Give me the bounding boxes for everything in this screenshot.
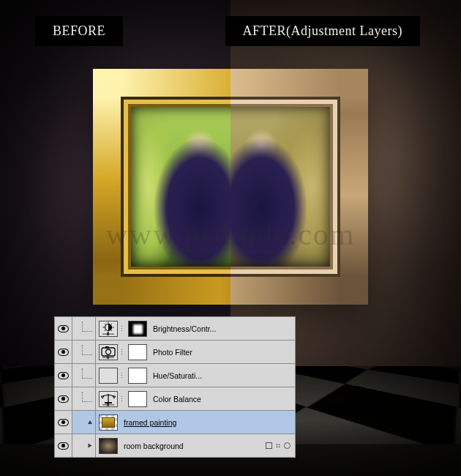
visibility-toggle[interactable] <box>55 387 72 410</box>
label-before: BEFORE <box>35 16 123 46</box>
chevron-right-icon <box>89 444 92 448</box>
adjustment-thumb-photofilter[interactable] <box>99 344 118 360</box>
layer-mask-thumb[interactable] <box>128 344 147 360</box>
layer-room-background[interactable]: room background ⠶ <box>54 434 296 458</box>
link-icon[interactable]: ⋮ <box>118 395 125 403</box>
visibility-toggle[interactable] <box>55 434 72 457</box>
layer-thumb[interactable] <box>99 414 118 431</box>
link-icon[interactable]: ⋮ <box>118 349 125 356</box>
indent <box>72 317 96 340</box>
layer-brightness-contrast[interactable]: ⋮ Brightness/Contr... <box>54 316 296 341</box>
photo-filter-icon <box>100 345 117 360</box>
visibility-toggle[interactable] <box>55 364 72 387</box>
svg-line-6 <box>111 330 112 330</box>
indent <box>72 364 96 387</box>
svg-rect-15 <box>107 356 109 359</box>
layer-framed-painting[interactable]: framed painting <box>54 410 296 434</box>
indent <box>72 341 96 363</box>
svg-line-5 <box>105 324 105 324</box>
fx-icon <box>284 442 291 449</box>
layer-label: framed painting <box>118 418 176 427</box>
layer-mask-thumb[interactable] <box>128 391 147 407</box>
label-after: AFTER(Adjustment Layers) <box>225 16 420 46</box>
eye-icon <box>58 395 69 403</box>
svg-point-12 <box>106 349 111 354</box>
indent <box>72 387 96 410</box>
adjustment-thumb-colorbalance[interactable] <box>99 391 118 407</box>
svg-rect-19 <box>107 403 109 406</box>
layer-hue-saturation[interactable]: ⋮ Hue/Saturati... <box>54 363 296 387</box>
visibility-toggle[interactable] <box>55 317 72 340</box>
layer-thumb[interactable] <box>99 438 118 454</box>
link-icon[interactable]: ⋮ <box>118 325 125 332</box>
layer-label: room background <box>118 442 184 450</box>
layer-mask-thumb[interactable] <box>128 368 147 384</box>
adjustment-thumb-huesat[interactable] <box>99 368 118 384</box>
svg-line-7 <box>111 324 112 324</box>
scene: BEFORE AFTER(Adjustment Layers) www.psd … <box>0 0 461 476</box>
layer-color-balance[interactable]: ⋮ Color Balance <box>54 387 296 411</box>
svg-line-8 <box>105 330 105 330</box>
frame <box>93 69 368 305</box>
brightness-icon <box>100 321 117 336</box>
layers-panel: ⋮ Brightness/Contr... ⋮ <box>54 317 296 458</box>
chevron-down-icon <box>88 420 92 424</box>
layer-label: Color Balance <box>147 395 201 404</box>
layer-label: Brightness/Contr... <box>147 324 216 333</box>
svg-rect-13 <box>105 346 109 349</box>
smart-object-icon <box>266 442 272 449</box>
layer-photo-filter[interactable]: ⋮ Photo Filter <box>54 340 296 364</box>
visibility-toggle[interactable] <box>55 411 72 434</box>
svg-rect-10 <box>107 332 109 335</box>
framed-painting <box>93 69 368 305</box>
layer-label: Hue/Saturati... <box>147 371 202 380</box>
layer-mask-thumb[interactable] <box>128 321 147 337</box>
eye-icon <box>58 419 69 426</box>
eye-icon <box>58 349 69 356</box>
layer-label: Photo Filter <box>147 348 192 357</box>
eye-icon <box>58 325 69 332</box>
eye-icon <box>58 372 69 379</box>
link-icon[interactable]: ⋮ <box>118 372 125 379</box>
color-balance-icon <box>100 392 117 406</box>
adjustment-thumb-brightness[interactable] <box>99 321 118 337</box>
visibility-toggle[interactable] <box>55 341 72 363</box>
link-icon: ⠶ <box>275 441 281 450</box>
expand-toggle[interactable] <box>72 434 96 457</box>
eye-icon <box>58 442 69 450</box>
layer-extra-icons: ⠶ <box>266 441 295 450</box>
expand-toggle[interactable] <box>72 411 96 434</box>
